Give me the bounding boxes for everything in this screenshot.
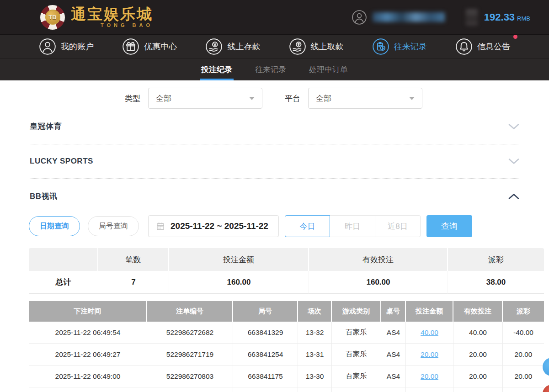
chevron-down-icon — [249, 97, 255, 100]
header-game-type: 游戏类别 — [332, 301, 381, 322]
bet-amount-link[interactable]: 20.00 — [421, 350, 438, 358]
header-bet-amount: 投注金额 — [406, 301, 453, 322]
nav-label: 我的账户 — [61, 41, 94, 52]
bet-amount[interactable]: 20.00 — [406, 366, 453, 387]
top-header: TB 通宝娱乐城 TONG BAO 192.33 RMB — [0, 0, 549, 34]
nav-item-promotions[interactable]: 优惠中心 — [122, 38, 177, 55]
gift-icon — [122, 38, 139, 55]
header-valid-bet: 有效投注 — [453, 301, 503, 322]
valid-bet: 40.00 — [453, 322, 503, 344]
currency-label: RMB — [517, 12, 530, 22]
bet-id: 522986270803 — [147, 366, 233, 387]
nav-item-deposit[interactable]: 线上存款 — [205, 38, 260, 55]
chevron-down-icon — [508, 123, 519, 130]
summary-bet-amount-value: 160.00 — [169, 271, 309, 294]
summary-header-row: 笔数 投注金额 有效投注 派彩 — [29, 248, 544, 271]
table-id: AS4 — [381, 366, 406, 387]
section-title: LUCKY SPORTS — [30, 157, 93, 166]
table-id: AS4 — [381, 344, 406, 366]
avatar-icon[interactable] — [352, 10, 367, 25]
tab-bet-records[interactable]: 投注纪录 — [200, 58, 234, 80]
site-title: 通宝娱乐城 — [71, 6, 153, 22]
nav-label: 线上存款 — [227, 41, 260, 52]
detail-table-body: 2025-11-22 06:49:54522986272682663841329… — [29, 322, 544, 392]
payout: 20.00 — [503, 344, 544, 366]
chevron-up-icon — [508, 193, 519, 200]
header-bet-id: 注单编号 — [147, 301, 233, 322]
site-logo[interactable]: TB 通宝娱乐城 TONG BAO — [40, 5, 153, 30]
section-bb-live[interactable]: BB视讯 — [29, 179, 520, 214]
summary-total-label: 总计 — [29, 271, 98, 294]
query-controls: 日期查询 局号查询 2025-11-22 ~ 2025-11-22 今日 昨日 … — [29, 215, 520, 237]
yesterday-button[interactable]: 昨日 — [330, 215, 375, 237]
date-query-button[interactable]: 日期查询 — [29, 216, 80, 236]
bet-amount[interactable]: 40.00 — [406, 322, 453, 344]
logo-monogram: TB — [45, 10, 60, 25]
detail-header-row: 下注时间 注单编号 局号 场次 游戏类别 桌号 投注金额 有效投注 派彩 — [29, 301, 544, 322]
platform-select[interactable]: 全部 — [308, 88, 422, 109]
section-title: 皇冠体育 — [30, 121, 62, 132]
session: 13-30 — [298, 366, 332, 387]
round-id: 663841329 — [233, 322, 298, 344]
platform-select-value: 全部 — [316, 93, 331, 104]
summary-header-bet-amount: 投注金额 — [169, 248, 309, 271]
tab-transaction-records[interactable]: 往来记录 — [254, 58, 288, 80]
summary-table: 笔数 投注金额 有效投注 派彩 总计 7 160.00 160.00 38.00 — [29, 248, 544, 294]
username-redacted — [373, 12, 445, 22]
session: 13-31 — [298, 344, 332, 366]
today-button[interactable]: 今日 — [285, 215, 330, 237]
section-title: BB视讯 — [30, 191, 58, 201]
header-table-id: 桌号 — [381, 301, 406, 322]
user-icon — [39, 38, 56, 55]
summary-header-valid-bet: 有效投注 — [309, 248, 448, 271]
bell-icon — [455, 38, 473, 55]
user-area: 192.33 RMB — [352, 9, 530, 26]
bet-time: 2025-11-22 06:49:27 — [29, 344, 147, 366]
bet-time: 2025-11-22 06:49:00 — [29, 366, 147, 387]
session: 13-32 — [298, 322, 332, 344]
bet-id: 522986271719 — [147, 344, 233, 366]
nav-label: 信息公告 — [477, 41, 510, 52]
poker-chip-icon: TB — [40, 5, 65, 30]
platform-filter-label: 平台 — [285, 93, 300, 104]
table-row: 2025-11-22 06:49:27522986271719663841254… — [29, 344, 544, 366]
bet-detail-table: 下注时间 注单编号 局号 场次 游戏类别 桌号 投注金额 有效投注 派彩 202… — [29, 301, 544, 392]
bet-amount[interactable]: 20.00 — [406, 344, 453, 366]
table-row: 2025-11-22 06:49:54522986272682663841329… — [29, 322, 544, 344]
bet-amount-link[interactable]: 20.00 — [421, 372, 438, 380]
tab-pending-orders[interactable]: 处理中订单 — [308, 58, 349, 80]
nav-item-withdraw[interactable]: 线上取款 — [289, 38, 344, 55]
nav-label: 往来记录 — [394, 41, 427, 52]
nav-item-announcements[interactable]: 信息公告 — [455, 38, 510, 55]
nav-item-records[interactable]: 往来记录 — [372, 38, 427, 55]
last-8-days-button[interactable]: 近8日 — [375, 215, 421, 237]
bet-amount-link[interactable]: 40.00 — [421, 328, 438, 336]
nav-item-my-account[interactable]: 我的账户 — [39, 38, 94, 55]
site-subtitle: TONG BAO — [101, 22, 153, 28]
wallet-icon-redacted — [466, 9, 478, 26]
main-navbar: 我的账户 优惠中心 线上存款 线上取款 往来记录 信息公告 — [0, 34, 549, 58]
summary-header-payout: 派彩 — [448, 248, 544, 271]
game-type: 百家乐 — [332, 322, 381, 344]
game-type: 百家乐 — [332, 344, 381, 366]
date-range-picker[interactable]: 2025-11-22 ~ 2025-11-22 — [148, 215, 279, 237]
section-lucky-sports[interactable]: LUCKY SPORTS — [29, 144, 520, 179]
search-button[interactable]: 查询 — [426, 215, 472, 237]
chevron-down-icon — [508, 158, 519, 164]
quick-range-group: 今日 昨日 近8日 — [285, 215, 421, 237]
summary-payout-value: 38.00 — [448, 271, 544, 294]
payout: -40.00 — [503, 322, 544, 344]
withdraw-icon — [289, 38, 306, 55]
nav-label: 线上取款 — [311, 41, 344, 52]
table-row: 2025-11-22 06:49:00522986270803663841175… — [29, 366, 544, 387]
summary-header-count: 笔数 — [98, 248, 169, 271]
type-select[interactable]: 全部 — [148, 88, 262, 109]
summary-valid-bet-value: 160.00 — [309, 271, 448, 294]
notification-dot — [513, 35, 517, 39]
summary-count-value: 7 — [98, 271, 169, 294]
balance-amount[interactable]: 192.33 — [484, 11, 515, 23]
record-subtabs: 投注纪录 往来记录 处理中订单 — [0, 58, 549, 80]
round-query-button[interactable]: 局号查询 — [88, 216, 139, 236]
deposit-icon — [205, 38, 223, 55]
section-huangguan-sports[interactable]: 皇冠体育 — [29, 109, 520, 144]
